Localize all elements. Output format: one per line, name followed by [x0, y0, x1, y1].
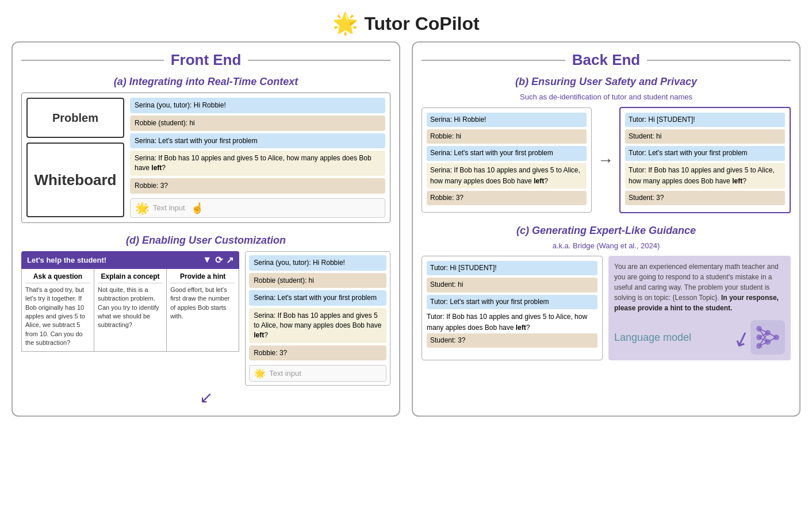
section-c-right-panel: You are an experienced elementary math t…: [608, 256, 791, 360]
suggestion-col-3: Provide a hint Good effort, but let's fi…: [167, 269, 239, 351]
logo-icon: 🌟: [332, 11, 358, 36]
deident-arrow: →: [597, 151, 614, 170]
section-d-title: (d) Enabling User Customization: [21, 234, 390, 247]
suggestion-col-2: Explain a concept Not quite, this is a s…: [94, 269, 167, 351]
lm-row: Language model: [614, 320, 785, 355]
frontend-column: Front End (a) Integrating into Real-Time…: [12, 41, 400, 417]
section-d: (d) Enabling User Customization Let's he…: [21, 234, 390, 407]
dropdown-icon[interactable]: ▼: [202, 255, 212, 266]
section-d-chat: Serina (you, tutor): Hi Robbie! Robbie (…: [245, 251, 390, 386]
section-c: (c) Generating Expert-Like Guidance a.k.…: [422, 225, 791, 360]
section-a-chat: Serina (you, tutor): Hi Robbie! Robbie (…: [130, 98, 385, 218]
problem-box: Problem: [26, 98, 124, 138]
deident-right: Tutor: Hi [STUDENT]! Student: hi Tutor: …: [619, 107, 791, 213]
backend-column: Back End (b) Ensuring User Safety and Pr…: [412, 41, 800, 417]
curved-arrow-d: ↙: [21, 388, 390, 407]
whiteboard-box: Whiteboard: [26, 143, 124, 217]
sugg-header-1: Ask a question: [25, 272, 90, 283]
section-b-subtitle: Such as de-identification of tutor and s…: [422, 93, 791, 101]
section-a: (a) Integrating into Real-Time Context P…: [21, 76, 390, 223]
refresh-icon[interactable]: ⟳: [215, 255, 223, 266]
sugg-body-3: Good effort, but let's first draw the nu…: [170, 286, 235, 321]
chat-msg-3: Serina: Let's start with your first prob…: [130, 133, 385, 149]
d-chat-4: Serina: If Bob has 10 apples and gives 5…: [249, 308, 386, 343]
chat-msg-4: Serina: If Bob has 10 apples and gives 5…: [130, 151, 385, 176]
sugg-body-1: That's a good try, but let's try it toge…: [25, 286, 90, 348]
app-title: Tutor CoPilot: [364, 13, 479, 34]
sugg-header-2: Explain a concept: [98, 272, 163, 283]
section-c-title: (c) Generating Expert-Like Guidance: [422, 225, 791, 237]
backend-header: Back End: [422, 51, 791, 69]
chat-msg-5: Robbie: 3?: [130, 178, 385, 194]
section-b-title: (b) Ensuring User Safety and Privacy: [422, 76, 791, 88]
text-input-area[interactable]: 🌟 Text input ☝: [130, 198, 385, 218]
section-a-title: (a) Integrating into Real-Time Context: [21, 76, 390, 88]
suggestion-col-1: Ask a question That's a good try, but le…: [22, 269, 94, 351]
suggestions-columns: Ask a question That's a good try, but le…: [21, 269, 239, 352]
share-icon[interactable]: ↗: [226, 255, 233, 266]
d-chat-5: Robbie: 3?: [249, 345, 386, 361]
section-c-left-panel: Tutor: Hi [STUDENT]! Student: hi Tutor: …: [422, 256, 603, 360]
suggestions-panel: Let's help the student! ▼ ⟳ ↗ Ask a ques…: [21, 251, 239, 386]
frontend-header: Front End: [21, 51, 390, 69]
lm-icon: [750, 320, 785, 355]
chat-msg-1: Serina (you, tutor): Hi Robbie!: [130, 98, 385, 113]
lm-label: Language model: [614, 330, 691, 345]
d-chat-2: Robbie (student): hi: [249, 273, 386, 289]
chat-msg-2: Robbie (student): hi: [130, 116, 385, 131]
section-b: (b) Ensuring User Safety and Privacy Suc…: [422, 76, 791, 213]
sugg-body-2: Not quite, this is a subtraction problem…: [98, 286, 163, 330]
deident-left: Serina: Hi Robbie! Robbie: hi Serina: Le…: [422, 107, 592, 213]
d-chat-3: Serina: Let's start with your first prob…: [249, 290, 386, 306]
problem-whiteboard-panel: Problem Whiteboard: [26, 98, 124, 218]
sugg-header-3: Provide a hint: [170, 272, 235, 283]
section-a-content: Problem Whiteboard Serina (you, tutor): …: [21, 93, 390, 223]
section-d-content: Let's help the student! ▼ ⟳ ↗ Ask a ques…: [21, 251, 390, 386]
suggestions-header: Let's help the student! ▼ ⟳ ↗: [21, 251, 239, 269]
section-c-content: Tutor: Hi [STUDENT]! Student: hi Tutor: …: [422, 256, 791, 360]
d-chat-1: Serina (you, tutor): Hi Robbie!: [249, 255, 386, 271]
header-icons: ▼ ⟳ ↗: [202, 255, 233, 266]
d-text-input[interactable]: 🌟 Text input: [249, 365, 386, 382]
main-title: 🌟 Tutor CoPilot: [12, 11, 800, 36]
deident-panels: Serina: Hi Robbie! Robbie: hi Serina: Le…: [422, 107, 791, 213]
section-c-subtitle: a.k.a. Bridge (Wang et al., 2024): [422, 241, 791, 250]
section-d-chat-panel: Serina (you, tutor): Hi Robbie! Robbie (…: [245, 251, 390, 386]
